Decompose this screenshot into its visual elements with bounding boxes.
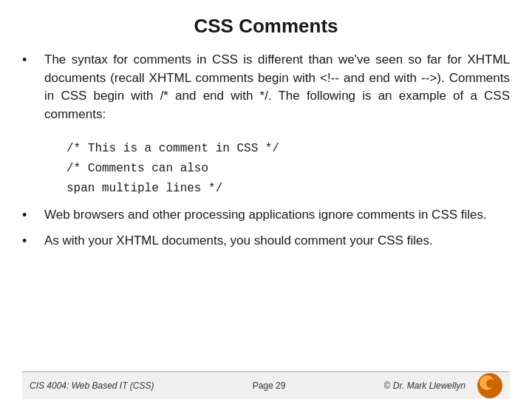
code-line-3: span multiple lines */ bbox=[66, 179, 510, 199]
bullet-text-2: Web browsers and other processing applic… bbox=[44, 206, 510, 225]
footer-logo-icon bbox=[477, 373, 502, 398]
footer-page: Page 29 bbox=[253, 381, 286, 391]
code-line-2: /* Comments can also bbox=[66, 159, 510, 179]
footer-author: © Dr. Mark Llewellyn bbox=[384, 381, 466, 391]
bullet-marker-1: • bbox=[22, 51, 44, 68]
footer-right-section: © Dr. Mark Llewellyn bbox=[384, 373, 502, 398]
bullet-item-2: • Web browsers and other processing appl… bbox=[22, 206, 510, 225]
slide-title: CSS Comments bbox=[22, 15, 510, 38]
bullet-text-1: The syntax for comments in CSS is differ… bbox=[44, 51, 510, 124]
bullet-item-1: • The syntax for comments in CSS is diff… bbox=[22, 51, 510, 124]
code-line-1: /* This is a comment in CSS */ bbox=[66, 139, 510, 159]
code-block: /* This is a comment in CSS */ /* Commen… bbox=[66, 139, 510, 200]
slide-container: CSS Comments • The syntax for comments i… bbox=[0, 0, 532, 399]
bullet-item-3: • As with your XHTML documents, you shou… bbox=[22, 232, 510, 250]
bullet-marker-2: • bbox=[22, 206, 44, 223]
bullet-text-3: As with your XHTML documents, you should… bbox=[44, 232, 510, 250]
slide-footer: CIS 4004: Web Based IT (CSS) Page 29 © D… bbox=[22, 371, 510, 399]
footer-course: CIS 4004: Web Based IT (CSS) bbox=[30, 381, 154, 391]
slide-content: • The syntax for comments in CSS is diff… bbox=[22, 51, 510, 371]
bullet-marker-3: • bbox=[22, 232, 44, 249]
